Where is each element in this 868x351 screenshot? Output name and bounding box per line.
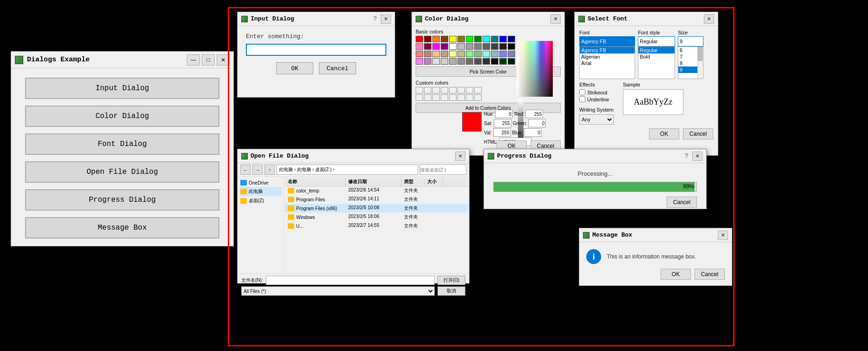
swatch-navy[interactable] [508, 36, 515, 42]
swatch-pink[interactable] [416, 43, 423, 50]
custom-swatch-9[interactable] [416, 94, 423, 101]
gradient-box[interactable] [517, 41, 553, 97]
swatch-verydark[interactable] [491, 43, 498, 50]
progress-close-button[interactable]: ✕ [692, 152, 702, 161]
swatch-dim2[interactable] [466, 58, 473, 65]
swatch-teal[interactable] [491, 36, 498, 42]
custom-swatch-11[interactable] [432, 94, 440, 101]
swatch-yellow[interactable] [449, 36, 457, 42]
font-item-algerian[interactable]: Algerian [580, 53, 635, 60]
font-style-input[interactable] [638, 36, 675, 46]
file-up-button[interactable]: ↑ [265, 165, 275, 175]
swatch-lightred[interactable] [416, 51, 423, 57]
style-bold[interactable]: Bold [638, 53, 675, 60]
swatch-lightgray2[interactable] [432, 58, 440, 65]
green-input[interactable] [528, 119, 546, 127]
file-row-programfiles[interactable]: Program Files 2023/2/6 14:11 文件夹 [285, 195, 468, 204]
swatch-green[interactable] [474, 36, 482, 42]
custom-swatch-12[interactable] [441, 94, 448, 101]
file-row-windows[interactable]: Windows 2023/2/5 18:06 文件夹 [285, 213, 468, 222]
font-cancel-button[interactable]: Cancel [683, 128, 713, 139]
swatch-almostblack[interactable] [499, 43, 507, 50]
file-search-input[interactable] [420, 165, 466, 175]
writing-system-select[interactable]: Any [579, 114, 614, 125]
custom-swatch-10[interactable] [424, 94, 431, 101]
swatch-dimgray[interactable] [483, 43, 490, 50]
swatch-darkgray[interactable] [474, 43, 482, 50]
file-row-colortemp[interactable]: color_temp 2023/2/6 14:54 文件夹 [285, 186, 468, 195]
hue-input[interactable] [495, 110, 513, 118]
custom-swatch-15[interactable] [466, 94, 473, 101]
font-ok-button[interactable]: OK [649, 128, 679, 139]
swatch-gray[interactable] [466, 43, 473, 50]
file-path-bar[interactable]: 此电脑 › 此电脑 › 桌面(Z:) › [277, 165, 418, 175]
swatch-lime[interactable] [466, 36, 473, 42]
custom-swatch-7[interactable] [466, 87, 473, 93]
swatch-khaki[interactable] [457, 51, 465, 57]
sidebar-thispc[interactable]: 此电脑 [239, 187, 282, 196]
size-scroll-thumb[interactable] [698, 47, 702, 61]
swatch-silver[interactable] [457, 43, 465, 50]
swatch-cornflower[interactable] [499, 51, 507, 57]
swatch-vdg[interactable] [508, 58, 515, 65]
custom-swatch-16[interactable] [474, 94, 482, 101]
progress-cancel-button[interactable]: Cancel [667, 197, 697, 208]
swatch-darkred[interactable] [424, 36, 431, 42]
file-row-u[interactable]: U... 2023/2/7 14:55 文件夹 [285, 222, 468, 231]
file-name-input[interactable] [266, 276, 435, 285]
font-dialog-button[interactable]: Font Dialog [25, 133, 219, 155]
color-gradient-area[interactable] [517, 41, 561, 97]
input-cancel-button[interactable]: Cancel [319, 62, 356, 74]
font-item-agencyfb[interactable]: Agency FB [580, 47, 635, 53]
progress-dialog-button[interactable]: Progress Dialog [25, 189, 219, 211]
font-input[interactable] [579, 36, 635, 46]
file-row-pf86[interactable]: Program Files (x86) 2023/2/5 10:08 文件夹 [285, 204, 468, 213]
swatch-silver2[interactable] [449, 58, 457, 65]
custom-swatch-5[interactable] [449, 87, 457, 93]
minimize-button[interactable]: — [187, 54, 200, 66]
swatch-gainsboro[interactable] [441, 58, 448, 65]
file-dialog-close-button[interactable]: ✕ [455, 152, 465, 161]
swatch-slateblue[interactable] [508, 51, 515, 57]
custom-swatch-8[interactable] [474, 87, 482, 93]
underline-checkbox[interactable] [579, 96, 585, 102]
input-dialog-field[interactable] [246, 44, 386, 56]
font-item-arial[interactable]: Arial [580, 60, 635, 66]
size-scrollbar[interactable] [697, 47, 703, 79]
swatch-lightcyan[interactable] [483, 51, 490, 57]
sidebar-onedrive[interactable]: OneDrive [239, 179, 282, 187]
swatch-vdark2[interactable] [483, 58, 490, 65]
file-back-button[interactable]: ← [240, 165, 251, 175]
swatch-dark2[interactable] [474, 58, 482, 65]
custom-swatch-3[interactable] [432, 87, 440, 93]
input-dialog-close-button[interactable]: ✕ [381, 14, 391, 24]
font-dialog-close-button[interactable]: ✕ [704, 14, 714, 24]
font-size-list[interactable]: 6 7 8 9 [678, 46, 703, 79]
maximize-button[interactable]: □ [202, 54, 215, 66]
swatch-black[interactable] [508, 43, 515, 50]
file-type-select[interactable]: All Files (*) [241, 286, 435, 296]
file-open-button[interactable]: 打开(O) [437, 276, 465, 285]
swatch-tan[interactable] [441, 51, 448, 57]
custom-swatch-2[interactable] [424, 87, 431, 93]
swatch-orange[interactable] [432, 36, 440, 42]
custom-swatch-6[interactable] [457, 87, 465, 93]
swatch-olive[interactable] [457, 36, 465, 42]
message-ok-button[interactable]: OK [661, 269, 691, 280]
swatch-red[interactable] [416, 36, 423, 42]
input-ok-button[interactable]: OK [276, 62, 313, 74]
swatch-medgreen[interactable] [474, 51, 482, 57]
swatch-darkpink[interactable] [424, 43, 431, 50]
swatch-rosybrown[interactable] [424, 51, 431, 57]
swatch-plum[interactable] [424, 58, 431, 65]
main-close-button[interactable]: ✕ [217, 54, 230, 66]
font-size-input[interactable] [678, 36, 703, 46]
color-dialog-button[interactable]: Color Dialog [25, 106, 219, 127]
font-style-list[interactable]: Regular Bold [638, 46, 675, 79]
sat-input[interactable] [494, 119, 511, 127]
font-list[interactable]: Agency FB Algerian Arial [579, 46, 635, 79]
custom-swatch-14[interactable] [457, 94, 465, 101]
custom-swatch-1[interactable] [416, 87, 423, 93]
file-cancel-button[interactable]: 取消 [437, 286, 465, 296]
message-cancel-button[interactable]: Cancel [695, 269, 725, 280]
